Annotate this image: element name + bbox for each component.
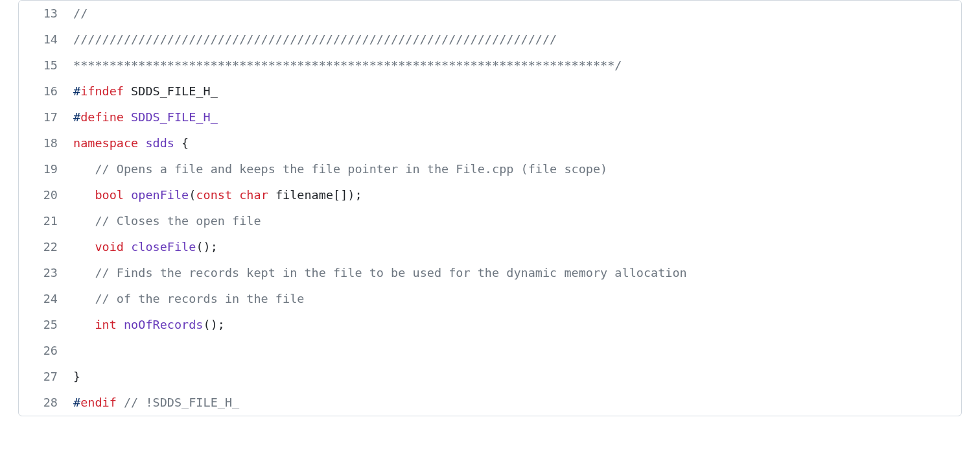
code-content[interactable]: namespace sdds { — [73, 130, 961, 156]
code-token — [73, 188, 95, 202]
code-token: endif — [80, 396, 117, 409]
line-number[interactable]: 26 — [19, 338, 73, 364]
code-token — [124, 84, 131, 98]
line-number[interactable]: 20 — [19, 182, 73, 208]
code-token: // of the records in the file — [95, 292, 304, 305]
line-number[interactable]: 25 — [19, 312, 73, 338]
code-content[interactable]: bool openFile(const char filename[]); — [73, 182, 961, 208]
code-token — [117, 396, 124, 409]
line-number[interactable]: 18 — [19, 130, 73, 156]
code-token: sdds — [145, 136, 174, 150]
code-content[interactable]: // of the records in the file — [73, 286, 961, 312]
line-number[interactable]: 22 — [19, 234, 73, 260]
line-number[interactable]: 15 — [19, 53, 73, 78]
line-number[interactable]: 27 — [19, 364, 73, 390]
code-token — [268, 188, 275, 202]
code-token: filename — [275, 188, 333, 202]
code-line[interactable]: 13// — [19, 1, 961, 27]
code-token: bool — [95, 188, 124, 202]
code-token: SDDS_FILE_H_ — [131, 84, 218, 98]
code-viewer: 13//14//////////////////////////////////… — [18, 0, 962, 416]
line-number[interactable]: 21 — [19, 208, 73, 234]
line-number[interactable]: 13 — [19, 1, 73, 27]
code-content[interactable]: ////////////////////////////////////////… — [73, 27, 961, 53]
code-line[interactable]: 14//////////////////////////////////////… — [19, 27, 961, 53]
code-content[interactable]: // Opens a file and keeps the file point… — [73, 156, 961, 182]
code-token: { — [174, 136, 189, 150]
code-token: } — [73, 370, 80, 383]
code-content[interactable]: #define SDDS_FILE_H_ — [73, 104, 961, 130]
code-token: ifndef — [80, 84, 124, 98]
code-token: # — [73, 110, 80, 124]
code-token: char — [239, 188, 268, 202]
code-token — [73, 266, 95, 279]
code-token: // — [73, 6, 88, 20]
code-token: ****************************************… — [73, 58, 622, 72]
code-line[interactable]: 27} — [19, 364, 961, 390]
code-token — [73, 240, 95, 254]
code-token — [124, 240, 131, 254]
code-line[interactable]: 24 // of the records in the file — [19, 286, 961, 312]
code-line[interactable]: 17#define SDDS_FILE_H_ — [19, 104, 961, 130]
code-token: // Finds the records kept in the file to… — [95, 266, 686, 279]
code-token: const — [196, 188, 232, 202]
code-token: // Opens a file and keeps the file point… — [95, 162, 607, 176]
code-content[interactable]: // — [73, 1, 961, 27]
code-token: ( — [189, 188, 196, 202]
code-content[interactable]: } — [73, 364, 961, 390]
code-content[interactable]: #ifndef SDDS_FILE_H_ — [73, 78, 961, 104]
code-token: noOfRecords — [124, 318, 204, 331]
code-line[interactable]: 25 int noOfRecords(); — [19, 312, 961, 338]
code-content[interactable]: void closeFile(); — [73, 234, 961, 260]
line-number[interactable]: 14 — [19, 27, 73, 53]
code-line[interactable]: 22 void closeFile(); — [19, 234, 961, 260]
code-token — [117, 318, 124, 331]
code-line[interactable]: 15**************************************… — [19, 53, 961, 78]
line-number[interactable]: 23 — [19, 260, 73, 286]
code-line[interactable]: 18namespace sdds { — [19, 130, 961, 156]
code-token — [124, 110, 131, 124]
code-token: int — [95, 318, 116, 331]
code-line[interactable]: 26 — [19, 338, 961, 364]
line-number[interactable]: 19 — [19, 156, 73, 182]
code-content[interactable]: ****************************************… — [73, 53, 961, 78]
code-line[interactable]: 20 bool openFile(const char filename[]); — [19, 182, 961, 208]
code-token: SDDS_FILE_H_ — [131, 110, 218, 124]
line-number[interactable]: 16 — [19, 78, 73, 104]
code-token — [73, 318, 95, 331]
code-token — [73, 214, 95, 228]
code-token: define — [80, 110, 124, 124]
code-token: namespace — [73, 136, 138, 150]
code-token: # — [73, 396, 80, 409]
code-token: // Closes the open file — [95, 214, 261, 228]
code-token: # — [73, 84, 80, 98]
code-token — [138, 136, 145, 150]
code-token: openFile — [131, 188, 189, 202]
code-line[interactable]: 28#endif // !SDDS_FILE_H_ — [19, 390, 961, 416]
code-token: (); — [196, 240, 217, 254]
line-number[interactable]: 24 — [19, 286, 73, 312]
line-number[interactable]: 28 — [19, 390, 73, 416]
code-content[interactable]: // Finds the records kept in the file to… — [73, 260, 961, 286]
code-token — [73, 292, 95, 305]
code-token: closeFile — [131, 240, 196, 254]
line-number[interactable]: 17 — [19, 104, 73, 130]
code-token — [124, 188, 131, 202]
code-line[interactable]: 19 // Opens a file and keeps the file po… — [19, 156, 961, 182]
code-content[interactable]: int noOfRecords(); — [73, 312, 961, 338]
code-token — [232, 188, 239, 202]
code-content[interactable]: #endif // !SDDS_FILE_H_ — [73, 390, 961, 416]
code-line[interactable]: 16#ifndef SDDS_FILE_H_ — [19, 78, 961, 104]
code-token: ////////////////////////////////////////… — [73, 32, 557, 46]
code-token: []); — [333, 188, 362, 202]
code-token: void — [95, 240, 124, 254]
code-line[interactable]: 23 // Finds the records kept in the file… — [19, 260, 961, 286]
code-content[interactable]: // Closes the open file — [73, 208, 961, 234]
code-token: // !SDDS_FILE_H_ — [124, 396, 239, 409]
code-line[interactable]: 21 // Closes the open file — [19, 208, 961, 234]
code-token — [73, 162, 95, 176]
code-token: (); — [204, 318, 225, 331]
